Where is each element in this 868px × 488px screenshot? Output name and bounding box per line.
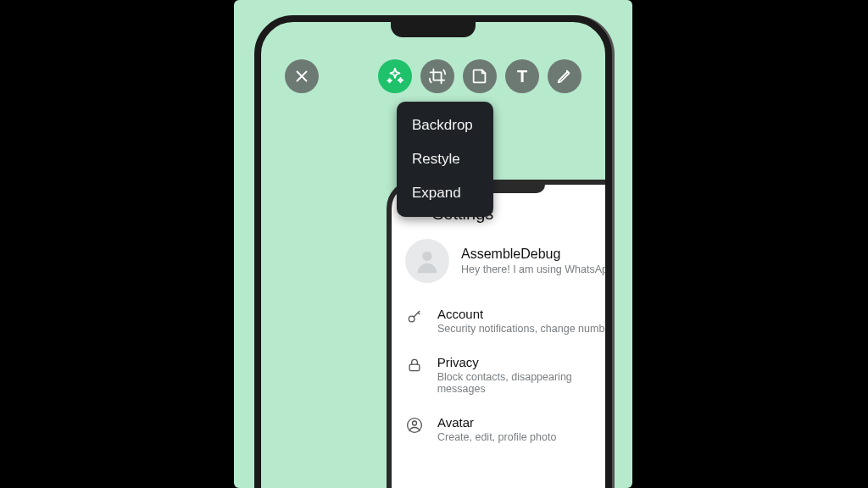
menu-item-expand[interactable]: Expand xyxy=(397,176,493,210)
edited-image[interactable]: Settings AssembleDebug Hey there! I am u… xyxy=(387,180,612,488)
lock-icon xyxy=(405,355,424,374)
sticker-button[interactable] xyxy=(463,59,497,93)
mockup-stage: T Backdrop Restyle Expand Settings xyxy=(234,0,632,488)
linked-devices-button[interactable] xyxy=(605,203,612,224)
broadcast-icon xyxy=(605,203,612,220)
ai-sparkle-button[interactable] xyxy=(378,59,412,93)
settings-row-privacy[interactable]: Privacy Block contacts, disappearing mes… xyxy=(392,345,612,405)
profile-name: AssembleDebug xyxy=(461,247,612,262)
row-subtitle: Security notifications, change number xyxy=(437,323,612,335)
profile-status: Hey there! I am using WhatsApp. xyxy=(461,263,612,275)
avatar-icon xyxy=(405,415,424,434)
text-icon: T xyxy=(517,67,527,86)
settings-row-account[interactable]: Account Security notifications, change n… xyxy=(392,297,612,345)
row-title: Account xyxy=(437,307,612,321)
close-icon xyxy=(292,67,311,86)
crop-rotate-icon xyxy=(428,67,447,86)
sparkle-icon xyxy=(386,67,404,86)
phone-notch xyxy=(391,20,476,37)
phone-frame: T Backdrop Restyle Expand Settings xyxy=(254,15,612,488)
sticker-icon xyxy=(470,67,489,86)
row-subtitle: Block contacts, disappearing messages xyxy=(437,371,612,395)
row-subtitle: Create, edit, profile photo xyxy=(437,431,556,443)
svg-point-7 xyxy=(413,421,417,425)
svg-point-1 xyxy=(422,252,431,261)
settings-row-avatar[interactable]: Avatar Create, edit, profile photo xyxy=(392,405,612,453)
row-title: Avatar xyxy=(437,415,556,430)
pencil-icon xyxy=(555,67,574,86)
menu-item-restyle[interactable]: Restyle xyxy=(397,142,493,176)
avatar xyxy=(405,239,449,283)
key-icon xyxy=(405,307,424,325)
menu-item-backdrop[interactable]: Backdrop xyxy=(397,108,493,142)
row-title: Privacy xyxy=(437,355,612,369)
text-button[interactable]: T xyxy=(505,59,539,93)
close-button[interactable] xyxy=(285,59,319,93)
editor-toolbar: T xyxy=(285,59,581,93)
crop-rotate-button[interactable] xyxy=(420,59,454,93)
ai-menu: Backdrop Restyle Expand xyxy=(397,102,493,217)
svg-rect-6 xyxy=(409,364,420,371)
person-icon xyxy=(413,247,442,275)
profile-row[interactable]: AssembleDebug Hey there! I am using What… xyxy=(392,227,612,297)
draw-button[interactable] xyxy=(548,59,581,93)
